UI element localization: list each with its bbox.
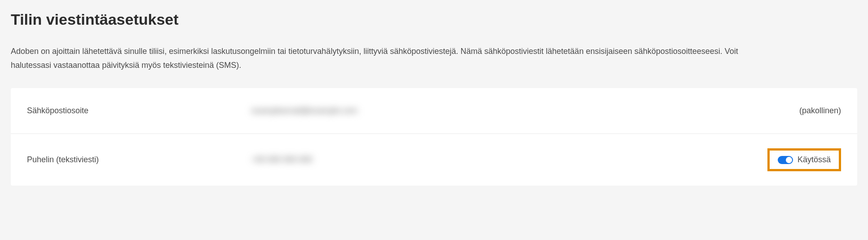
phone-sms-toggle[interactable] [778,156,793,164]
page-title: Tilin viestintäasetukset [11,11,857,28]
page-description: Adoben on ajoittain lähetettävä sinulle … [11,44,774,72]
email-value: exampleemail@example.com [251,106,706,116]
phone-value: +00 000 000 000 [251,155,706,164]
phone-status-container: Käytössä [706,148,841,171]
phone-setting-row: Puhelin (tekstiviesti) +00 000 000 000 K… [11,134,857,186]
phone-label: Puhelin (tekstiviesti) [27,155,251,164]
email-setting-row: Sähköpostiosoite exampleemail@example.co… [11,88,857,134]
phone-toggle-highlight: Käytössä [767,148,841,171]
email-label: Sähköpostiosoite [27,106,251,116]
settings-panel: Sähköpostiosoite exampleemail@example.co… [11,88,857,186]
phone-toggle-label: Käytössä [798,155,831,164]
email-status: (pakollinen) [706,106,841,116]
